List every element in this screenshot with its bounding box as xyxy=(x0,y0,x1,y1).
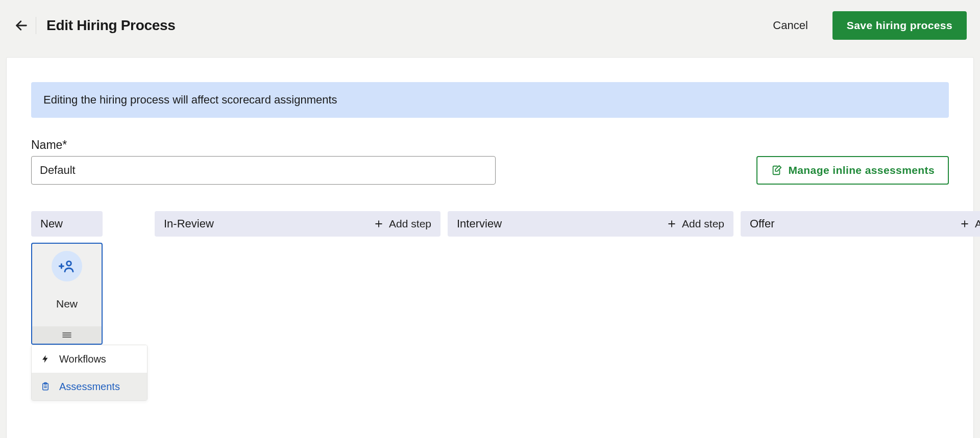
clipboard-icon xyxy=(41,381,52,392)
grip-lines-icon xyxy=(62,331,72,339)
stage-header-new: New xyxy=(31,211,103,237)
page-title: Edit Hiring Process xyxy=(46,17,176,34)
stages-row: New New xyxy=(31,211,949,401)
step-card-new[interactable]: New xyxy=(31,243,103,345)
name-label: Name* xyxy=(31,138,496,152)
popover-item-workflows[interactable]: Workflows xyxy=(32,345,147,373)
plus-icon xyxy=(667,219,677,229)
stage-header-in-review: In-Review Add step xyxy=(155,211,440,237)
popover-assessments-label: Assessments xyxy=(59,381,120,393)
step-card-name: New xyxy=(56,298,78,310)
stage-column-offer: Offer Add step xyxy=(741,211,980,237)
back-button[interactable] xyxy=(11,15,32,36)
step-icon-circle xyxy=(52,251,82,281)
document-edit-icon xyxy=(771,165,782,176)
person-add-icon xyxy=(59,258,75,274)
plus-icon xyxy=(374,219,384,229)
name-field-wrap: Name* xyxy=(31,138,496,185)
info-banner: Editing the hiring process will affect s… xyxy=(31,82,949,118)
step-card-popover: Workflows Assessments xyxy=(31,345,148,401)
arrow-left-icon xyxy=(14,18,29,33)
vertical-divider xyxy=(36,17,36,34)
add-step-label: Add step xyxy=(975,218,980,230)
plus-icon xyxy=(960,219,970,229)
stage-title-in-review: In-Review xyxy=(164,217,368,230)
stage-column-new: New New xyxy=(31,211,148,401)
popover-workflows-label: Workflows xyxy=(59,353,106,365)
popover-item-assessments[interactable]: Assessments xyxy=(32,373,147,400)
stage-column-in-review: In-Review Add step xyxy=(155,211,440,237)
main-card: Editing the hiring process will affect s… xyxy=(6,57,974,438)
add-step-offer[interactable]: Add step xyxy=(960,218,980,230)
manage-inline-assessments-button[interactable]: Manage inline assessments xyxy=(756,156,949,185)
add-step-label: Add step xyxy=(389,218,431,230)
add-step-label: Add step xyxy=(682,218,724,230)
stage-title-offer: Offer xyxy=(750,217,953,230)
stage-header-offer: Offer Add step xyxy=(741,211,980,237)
stage-title-new: New xyxy=(40,217,93,230)
stage-header-interview: Interview Add step xyxy=(448,211,733,237)
step-card-menu-handle[interactable] xyxy=(32,326,102,344)
stage-title-interview: Interview xyxy=(457,217,660,230)
form-row: Name* Manage inline assessments xyxy=(31,138,949,185)
manage-inline-assessments-label: Manage inline assessments xyxy=(788,164,935,176)
top-bar: Edit Hiring Process Cancel Save hiring p… xyxy=(0,0,980,51)
name-input[interactable] xyxy=(31,156,496,185)
cancel-button[interactable]: Cancel xyxy=(773,19,807,32)
add-step-in-review[interactable]: Add step xyxy=(374,218,431,230)
stage-column-interview: Interview Add step xyxy=(448,211,733,237)
lightning-bolt-icon xyxy=(41,354,52,364)
save-hiring-process-button[interactable]: Save hiring process xyxy=(832,11,967,40)
add-step-interview[interactable]: Add step xyxy=(667,218,724,230)
svg-point-1 xyxy=(67,261,71,266)
